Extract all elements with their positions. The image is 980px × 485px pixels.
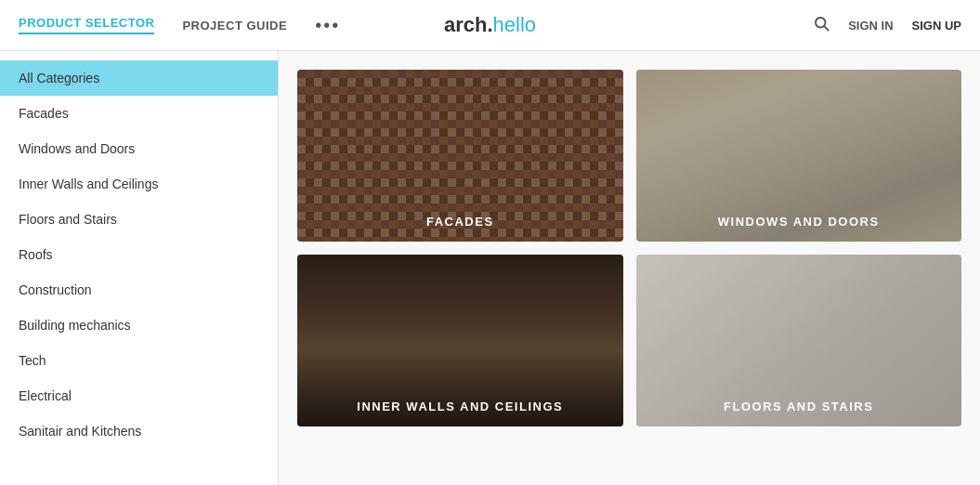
card-floors-stairs[interactable]: FLOORS AND STAIRS — [636, 255, 962, 426]
sidebar-item-construction[interactable]: Construction — [0, 272, 278, 308]
search-icon[interactable] — [813, 15, 830, 35]
sidebar-item-floors-stairs[interactable]: Floors and Stairs — [0, 202, 278, 237]
svg-line-1 — [825, 26, 829, 30]
sidebar-item-electrical[interactable]: Electrical — [0, 378, 278, 413]
logo-arch: arch — [444, 13, 487, 36]
sidebar-item-facades[interactable]: Facades — [0, 96, 278, 131]
sidebar-item-inner-walls[interactable]: Inner Walls and Ceilings — [0, 166, 278, 202]
logo-hello: hello — [493, 13, 536, 36]
nav-product-selector[interactable]: PRODUCT SELECTOR — [19, 16, 154, 34]
header: PRODUCT SELECTOR PROJECT GUIDE ••• arch.… — [0, 0, 980, 51]
card-floors-label: FLOORS AND STAIRS — [636, 387, 962, 426]
card-inner-walls[interactable]: INNER WALLS AND CEILINGS — [297, 255, 623, 426]
sign-in-button[interactable]: SIGN IN — [848, 19, 893, 33]
card-facades-label: FACADES — [297, 202, 623, 242]
sign-up-button[interactable]: SIGN UP — [912, 19, 961, 33]
header-right: SIGN IN SIGN UP — [813, 15, 961, 35]
nav-project-guide[interactable]: PROJECT GUIDE — [182, 19, 287, 33]
category-grid: FACADES WINDOWS AND DOORS INNER WALLS AN… — [297, 70, 961, 426]
main-layout: All Categories Facades Windows and Doors… — [0, 51, 980, 485]
sidebar-item-roofs[interactable]: Roofs — [0, 237, 278, 272]
sidebar-item-sanitair[interactable]: Sanitair and Kitchens — [0, 413, 278, 449]
site-logo[interactable]: arch.hello — [444, 13, 536, 37]
nav: PRODUCT SELECTOR PROJECT GUIDE ••• — [19, 15, 340, 36]
card-windows-label: WINDOWS AND DOORS — [636, 202, 962, 242]
sidebar: All Categories Facades Windows and Doors… — [0, 51, 279, 485]
nav-more-dots[interactable]: ••• — [315, 15, 340, 36]
card-windows-doors[interactable]: WINDOWS AND DOORS — [636, 70, 962, 242]
sidebar-item-building-mechanics[interactable]: Building mechanics — [0, 308, 278, 343]
card-facades[interactable]: FACADES — [297, 70, 623, 242]
sidebar-item-tech[interactable]: Tech — [0, 343, 278, 378]
sidebar-item-all-categories[interactable]: All Categories — [0, 60, 278, 96]
card-inner-walls-label: INNER WALLS AND CEILINGS — [297, 387, 623, 426]
content-area: FACADES WINDOWS AND DOORS INNER WALLS AN… — [279, 51, 980, 485]
sidebar-item-windows-doors[interactable]: Windows and Doors — [0, 131, 278, 166]
